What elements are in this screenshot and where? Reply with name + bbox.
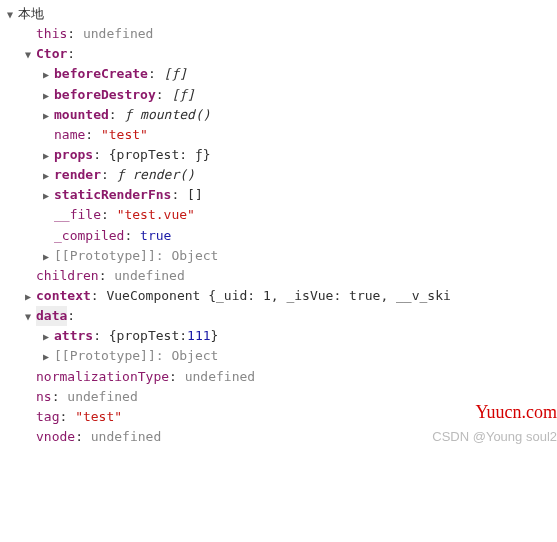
- prop-value: Object: [171, 346, 218, 366]
- prop-staticrenderfns[interactable]: ▶ staticRenderFns: []: [4, 185, 557, 205]
- prop-value-close: }: [211, 326, 219, 346]
- prop-prototype[interactable]: ▶ [[Prototype]]: Object: [4, 346, 557, 366]
- prop-key: __file: [54, 205, 101, 225]
- prop-key: beforeDestroy: [54, 85, 156, 105]
- prop-value: [ƒ]: [164, 64, 187, 84]
- prop-key: data: [36, 306, 67, 326]
- chevron-down-icon[interactable]: ▼: [22, 47, 34, 63]
- prop-prototype[interactable]: ▶ [[Prototype]]: Object: [4, 246, 557, 266]
- prop-file[interactable]: ▶ __file: "test.vue": [4, 205, 557, 225]
- prop-key: attrs: [54, 326, 93, 346]
- prop-compiled[interactable]: ▶ _compiled: true: [4, 226, 557, 246]
- prop-value: undefined: [83, 24, 153, 44]
- prop-props[interactable]: ▶ props: {propTest: ƒ}: [4, 145, 557, 165]
- prop-value: undefined: [67, 387, 137, 407]
- prop-key: Ctor: [36, 44, 67, 64]
- prop-value: VueComponent {_uid: 1, _isVue: true, __v…: [106, 286, 450, 306]
- chevron-right-icon[interactable]: ▶: [40, 67, 52, 83]
- prop-context[interactable]: ▶ context: VueComponent {_uid: 1, _isVue…: [4, 286, 557, 306]
- scope-label: 本地: [18, 4, 44, 24]
- prop-key: tag: [36, 407, 59, 427]
- prop-value: "test": [101, 125, 148, 145]
- chevron-right-icon[interactable]: ▶: [40, 108, 52, 124]
- prop-key: this: [36, 24, 67, 44]
- prop-tag[interactable]: ▶ tag: "test": [4, 407, 557, 427]
- prop-value: [ƒ]: [171, 85, 194, 105]
- prop-value: undefined: [114, 266, 184, 286]
- prop-beforedestroy[interactable]: ▶ beforeDestroy: [ƒ]: [4, 85, 557, 105]
- prop-key: props: [54, 145, 93, 165]
- chevron-down-icon[interactable]: ▼: [4, 7, 16, 23]
- chevron-right-icon[interactable]: ▶: [40, 148, 52, 164]
- chevron-right-icon[interactable]: ▶: [40, 168, 52, 184]
- prop-key: beforeCreate: [54, 64, 148, 84]
- prop-value: []: [187, 185, 203, 205]
- chevron-right-icon[interactable]: ▶: [40, 249, 52, 265]
- prop-value-open: {propTest:: [109, 326, 187, 346]
- prop-key: context: [36, 286, 91, 306]
- prop-attrs[interactable]: ▶ attrs: {propTest: 111}: [4, 326, 557, 346]
- prop-vnode[interactable]: ▶ vnode: undefined: [4, 427, 557, 447]
- prop-value: true: [140, 226, 171, 246]
- prop-value: Object: [171, 246, 218, 266]
- prop-key: [[Prototype]]: [54, 246, 156, 266]
- chevron-right-icon[interactable]: ▶: [40, 88, 52, 104]
- prop-value: undefined: [91, 427, 161, 447]
- prop-value: "test.vue": [117, 205, 195, 225]
- prop-key: mounted: [54, 105, 109, 125]
- prop-mounted[interactable]: ▶ mounted: ƒ mounted(): [4, 105, 557, 125]
- chevron-right-icon[interactable]: ▶: [40, 349, 52, 365]
- prop-data[interactable]: ▼ data:: [4, 306, 557, 326]
- scope-row[interactable]: ▼ 本地: [4, 4, 557, 24]
- prop-value: {propTest: ƒ}: [109, 145, 211, 165]
- prop-key: vnode: [36, 427, 75, 447]
- prop-key: render: [54, 165, 101, 185]
- prop-key: name: [54, 125, 85, 145]
- chevron-right-icon[interactable]: ▶: [40, 188, 52, 204]
- prop-key: normalizationType: [36, 367, 169, 387]
- prop-value: ƒ render(): [117, 165, 195, 185]
- prop-value: "test": [75, 407, 122, 427]
- prop-normalizationtype[interactable]: ▶ normalizationType: undefined: [4, 367, 557, 387]
- prop-value-num: 111: [187, 326, 210, 346]
- prop-value: ƒ mounted(): [124, 105, 210, 125]
- prop-key: children: [36, 266, 99, 286]
- chevron-right-icon[interactable]: ▶: [22, 289, 34, 305]
- prop-value: undefined: [185, 367, 255, 387]
- prop-this[interactable]: ▶ this: undefined: [4, 24, 557, 44]
- prop-ns[interactable]: ▶ ns: undefined: [4, 387, 557, 407]
- prop-children[interactable]: ▶ children: undefined: [4, 266, 557, 286]
- prop-key: _compiled: [54, 226, 124, 246]
- prop-key: ns: [36, 387, 52, 407]
- prop-name[interactable]: ▶ name: "test": [4, 125, 557, 145]
- prop-beforecreate[interactable]: ▶ beforeCreate: [ƒ]: [4, 64, 557, 84]
- prop-render[interactable]: ▶ render: ƒ render(): [4, 165, 557, 185]
- prop-key: staticRenderFns: [54, 185, 171, 205]
- chevron-down-icon[interactable]: ▼: [22, 309, 34, 325]
- chevron-right-icon[interactable]: ▶: [40, 329, 52, 345]
- prop-key: [[Prototype]]: [54, 346, 156, 366]
- prop-ctor[interactable]: ▼ Ctor:: [4, 44, 557, 64]
